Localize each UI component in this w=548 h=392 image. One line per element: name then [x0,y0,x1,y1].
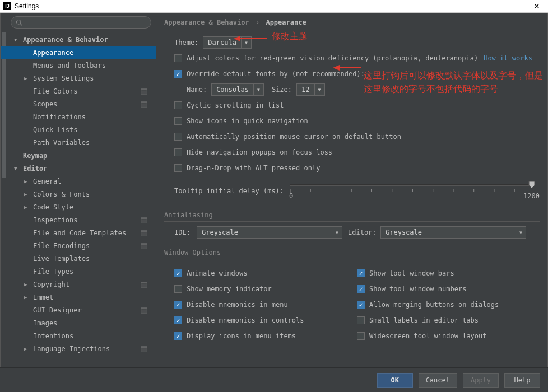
font-size-value: 12 [297,86,314,94]
adjust-colors-label: Adjust colors for red-green vision defic… [187,54,478,62]
sidebar-item-file-and-code-templates[interactable]: File and Code Templates [1,226,156,239]
how-it-works-link[interactable]: How it works [484,54,532,62]
sidebar-item-path-variables[interactable]: Path Variables [1,136,156,149]
sidebar-item-label: Quick Lists [33,126,77,134]
sidebar-item-file-types[interactable]: File Types [1,265,156,278]
cancel-button[interactable]: Cancel [419,373,457,388]
chevron-down-icon: ▼ [516,227,526,238]
svg-rect-24 [141,346,147,348]
chevron-down-icon: ▼ [332,227,342,238]
option-label: Animate windows [187,269,247,277]
chevron-down-icon: ▼ [241,37,251,48]
sidebar-item-label: Intentions [33,332,73,340]
sidebar-item-menus-and-toolbars[interactable]: Menus and Toolbars [1,59,156,72]
project-scope-icon [140,87,148,95]
svg-rect-13 [141,232,147,236]
disable-mnemonics-in-controls-checkbox[interactable] [174,316,182,324]
help-button[interactable]: Help [504,373,540,388]
sidebar-item-editor[interactable]: ▼Editor [1,162,156,175]
option-label: Display icons in menu items [187,332,296,340]
sidebar-item-keymap[interactable]: Keymap [1,149,156,162]
close-icon[interactable]: ✕ [529,2,545,11]
show-tool-window-numbers-checkbox[interactable] [357,285,365,293]
quick-nav-icons-label: Show icons in quick navigation [187,117,308,125]
aa-editor-label: Editor: [348,228,380,236]
aa-editor-combo[interactable]: Greyscale ▼ [380,226,526,239]
sidebar-item-label: Live Templates [33,255,90,263]
breadcrumb-root[interactable]: Appearance & Behavior [164,18,249,26]
search-input[interactable] [11,16,151,29]
sidebar-item-system-settings[interactable]: ▶System Settings [1,72,156,85]
chevron-right-icon: ▶ [24,295,30,300]
svg-rect-4 [141,91,147,94]
breadcrumb-current: Appearance [266,18,306,26]
override-fonts-checkbox[interactable] [174,70,182,78]
main-panel: Appearance & Behavior › Appearance Theme… [156,13,547,367]
sidebar-item-label: Appearance [33,49,73,57]
window-options-header: Window Options [164,243,540,259]
project-scope-icon [140,281,148,288]
small-labels-in-editor-tabs-checkbox[interactable] [357,316,365,324]
slider-thumb-icon[interactable] [528,181,535,189]
aa-ide-label: IDE: [174,228,197,236]
font-name-value: Consolas [212,86,253,94]
theme-combo[interactable]: Darcula ▼ [203,36,252,49]
sidebar-item-intentions[interactable]: Intentions [1,329,156,342]
widescreen-tool-window-layout-checkbox[interactable] [357,332,365,340]
show-memory-indicator-checkbox[interactable] [174,285,182,293]
aa-ide-combo[interactable]: Greyscale ▼ [197,226,342,239]
sidebar-item-scopes[interactable]: Scopes [1,97,156,110]
sidebar-item-general[interactable]: ▶General [1,175,156,188]
show-tool-window-bars-checkbox[interactable] [357,269,365,277]
cyclic-scrolling-label: Cyclic scrolling in list [187,101,284,109]
cyclic-scrolling-checkbox[interactable] [174,101,182,109]
project-scope-icon [140,306,148,314]
sidebar-item-label: File and Code Templates [33,229,126,237]
ok-button[interactable]: OK [377,373,413,388]
disable-mnemonics-in-menu-checkbox[interactable] [174,301,182,309]
auto-cursor-checkbox[interactable] [174,133,182,141]
sidebar-item-appearance[interactable]: Appearance [1,46,156,59]
sidebar-item-language-injections[interactable]: ▶Language Injections [1,342,156,355]
sidebar-item-inspections[interactable]: Inspections [1,213,156,226]
display-icons-in-menu-items-checkbox[interactable] [174,332,182,340]
allow-merging-buttons-on-dialogs-checkbox[interactable] [357,301,365,309]
animate-windows-checkbox[interactable] [174,269,182,277]
dnd-alt-checkbox[interactable] [174,164,182,172]
chevron-right-icon: ▶ [24,282,30,287]
sidebar-item-notifications[interactable]: Notifications [1,110,156,123]
sidebar-item-gui-designer[interactable]: GUI Designer [1,304,156,316]
font-name-combo[interactable]: Consolas ▼ [211,83,264,96]
chevron-down-icon: ▼ [14,166,20,171]
sidebar: ▼Appearance & BehaviorAppearanceMenus an… [1,13,156,367]
sidebar-item-file-colors[interactable]: File Colors [1,85,156,97]
sidebar-item-images[interactable]: Images [1,316,156,329]
sidebar-item-live-templates[interactable]: Live Templates [1,252,156,265]
sidebar-item-copyright[interactable]: ▶Copyright [1,278,156,291]
adjust-colors-checkbox[interactable] [174,54,182,62]
apply-button[interactable]: Apply [463,373,499,388]
font-size-combo[interactable]: 12 ▼ [296,83,324,96]
sidebar-item-quick-lists[interactable]: Quick Lists [1,123,156,136]
tooltip-delay-slider[interactable]: 0 1200 [290,181,540,201]
sidebar-item-label: Scopes [33,100,57,108]
sidebar-item-file-encodings[interactable]: File Encodings [1,239,156,252]
svg-rect-6 [141,101,147,103]
tooltip-delay-label: Tooltip initial delay (ms): [174,187,284,195]
theme-label: Theme: [174,39,198,46]
option-label: Allow merging buttons on dialogs [369,301,499,309]
sidebar-item-emmet[interactable]: ▶Emmet [1,291,156,304]
sidebar-item-code-style[interactable]: ▶Code Style [1,200,156,213]
option-label: Disable mnemonics in controls [187,316,304,324]
slider-max: 1200 [523,192,540,200]
chevron-right-icon: ▶ [24,346,30,352]
sidebar-item-appearance-behavior[interactable]: ▼Appearance & Behavior [1,33,156,46]
svg-rect-18 [141,282,147,283]
sidebar-item-colors-fonts[interactable]: ▶Colors & Fonts [1,188,156,200]
hide-nav-popups-checkbox[interactable] [174,148,182,156]
sidebar-item-label: Menus and Toolbars [33,62,106,69]
hide-nav-popups-label: Hide navigation popups on focus loss [187,148,332,156]
sidebar-item-label: Keymap [23,152,47,160]
quick-nav-icons-checkbox[interactable] [174,117,182,125]
project-scope-icon [140,345,148,353]
